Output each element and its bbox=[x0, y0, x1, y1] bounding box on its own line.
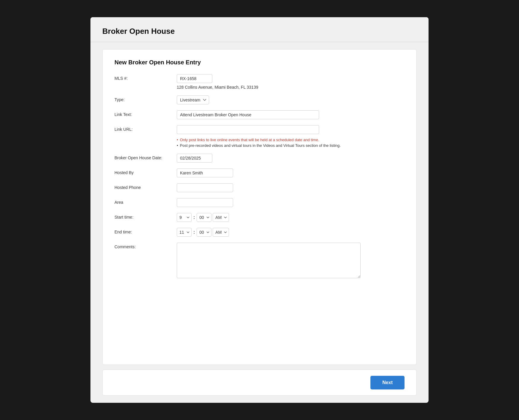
area-label: Area bbox=[114, 198, 177, 205]
link-url-field: Only post links to live online events th… bbox=[177, 125, 405, 148]
link-url-row: Link URL: Only post links to live online… bbox=[114, 125, 405, 148]
hosted-phone-input[interactable] bbox=[177, 183, 233, 192]
mls-field: 128 Collins Avenue, Miami Beach, FL 3313… bbox=[177, 74, 405, 90]
link-text-row: Link Text: bbox=[114, 110, 405, 119]
next-button[interactable]: Next bbox=[370, 376, 405, 389]
date-field bbox=[177, 154, 405, 163]
hosted-by-label: Hosted By bbox=[114, 168, 177, 175]
start-time-field: 1234 5678 9101112 : 00051015 20253035 40… bbox=[177, 213, 405, 222]
date-row: Broker Open House Date: bbox=[114, 154, 405, 163]
comments-row: Comments: bbox=[114, 243, 405, 279]
form-card: New Broker Open House Entry MLS #: 128 C… bbox=[102, 49, 417, 365]
hosted-by-row: Hosted By bbox=[114, 168, 405, 177]
comments-field bbox=[177, 243, 405, 279]
area-row: Area bbox=[114, 198, 405, 207]
hosted-phone-label: Hosted Phone bbox=[114, 183, 177, 190]
footer-bar: Next bbox=[102, 370, 417, 396]
type-label: Type: bbox=[114, 96, 177, 102]
area-input[interactable] bbox=[177, 198, 233, 207]
start-time-row: Start time: 1234 5678 9101112 : 00051015… bbox=[114, 213, 405, 222]
start-minute-select[interactable]: 00051015 20253035 40455055 bbox=[197, 213, 211, 222]
link-text-label: Link Text: bbox=[114, 110, 177, 117]
page-header: Broker Open House bbox=[90, 17, 429, 42]
end-time-label: End time: bbox=[114, 228, 177, 234]
link-text-input[interactable] bbox=[177, 110, 319, 119]
url-note-red: Only post links to live online events th… bbox=[177, 138, 405, 142]
url-note-black: Post pre-recorded videos and virtual tou… bbox=[177, 143, 405, 148]
hosted-phone-field bbox=[177, 183, 405, 192]
end-minute-select[interactable]: 00051015 20253035 40455055 bbox=[197, 228, 211, 237]
area-field bbox=[177, 198, 405, 207]
comments-label: Comments: bbox=[114, 243, 177, 249]
type-field: Livestream In-Person Virtual bbox=[177, 96, 405, 104]
hosted-phone-row: Hosted Phone bbox=[114, 183, 405, 192]
link-url-input[interactable] bbox=[177, 125, 319, 134]
end-time-row: End time: 1234 5678 9101112 : 00051015 2… bbox=[114, 228, 405, 237]
start-hour-select[interactable]: 1234 5678 9101112 bbox=[177, 213, 192, 222]
link-text-field bbox=[177, 110, 405, 119]
type-select[interactable]: Livestream In-Person Virtual bbox=[177, 96, 209, 104]
hosted-by-field bbox=[177, 168, 405, 177]
end-time-field: 1234 5678 9101112 : 00051015 20253035 40… bbox=[177, 228, 405, 237]
end-ampm-select[interactable]: AMPM bbox=[213, 228, 229, 237]
page-content: New Broker Open House Entry MLS #: 128 C… bbox=[90, 42, 429, 403]
end-time-colon: : bbox=[193, 230, 195, 235]
start-ampm-select[interactable]: AMPM bbox=[213, 213, 229, 222]
hosted-by-input[interactable] bbox=[177, 168, 233, 177]
end-time-controls: 1234 5678 9101112 : 00051015 20253035 40… bbox=[177, 228, 405, 237]
date-label: Broker Open House Date: bbox=[114, 154, 177, 160]
form-card-title: New Broker Open House Entry bbox=[114, 59, 405, 66]
address-text: 128 Collins Avenue, Miami Beach, FL 3313… bbox=[177, 85, 405, 90]
start-time-label: Start time: bbox=[114, 213, 177, 219]
date-input[interactable] bbox=[177, 154, 212, 163]
mls-row: MLS #: 128 Collins Avenue, Miami Beach, … bbox=[114, 74, 405, 90]
start-time-colon: : bbox=[193, 215, 195, 220]
end-hour-select[interactable]: 1234 5678 9101112 bbox=[177, 228, 192, 237]
app-container: Broker Open House New Broker Open House … bbox=[90, 17, 429, 403]
comments-textarea[interactable] bbox=[177, 243, 361, 278]
url-notes: Only post links to live online events th… bbox=[177, 138, 405, 148]
mls-label: MLS #: bbox=[114, 74, 177, 81]
type-row: Type: Livestream In-Person Virtual bbox=[114, 96, 405, 104]
page-title: Broker Open House bbox=[102, 27, 417, 36]
start-time-controls: 1234 5678 9101112 : 00051015 20253035 40… bbox=[177, 213, 405, 222]
mls-input[interactable] bbox=[177, 74, 212, 83]
link-url-label: Link URL: bbox=[114, 125, 177, 132]
